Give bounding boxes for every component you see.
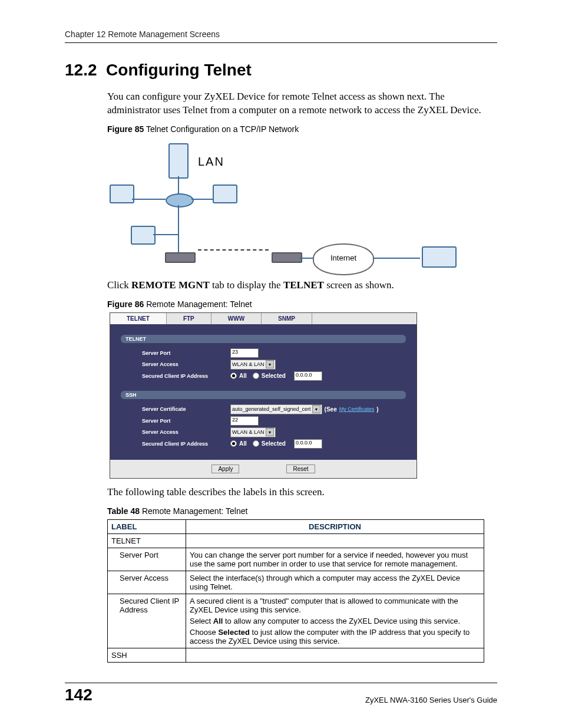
page-number: 142 [65, 686, 92, 704]
cell-desc [186, 533, 484, 548]
table-row: Server Port You can change the server po… [108, 548, 484, 571]
cell-label: Server Port [108, 548, 186, 571]
chapter-header: Chapter 12 Remote Management Screens [65, 29, 497, 43]
table48-caption: Table 48 Remote Management: Telnet [107, 506, 497, 516]
bold-selected: Selected [218, 628, 249, 637]
cell-desc: A secured client is a "trusted" computer… [186, 594, 484, 648]
chevron-down-icon: ▾ [312, 405, 320, 413]
ssh-section-header: SSH [121, 391, 406, 399]
th-label: LABEL [108, 519, 186, 533]
input-telnet-port[interactable]: 23 [230, 348, 259, 358]
table-row: Secured Client IP Address A secured clie… [108, 594, 484, 648]
telnet-section-header: TELNET [121, 335, 406, 343]
row-server-cert: Server Certificate auto_generated_self_s… [142, 404, 406, 414]
select-ssh-access[interactable]: WLAN & LAN▾ [230, 427, 276, 437]
network-line [178, 205, 179, 238]
label-server-port: Server Port [142, 418, 230, 424]
tab-www[interactable]: WWW [211, 313, 262, 324]
section-heading: 12.2 Configuring Telnet [65, 61, 497, 80]
text: screen as shown. [324, 279, 394, 291]
pc-icon [213, 185, 237, 203]
lan-label: LAN [198, 155, 224, 169]
cell-desc: You can change the server port number fo… [186, 548, 484, 571]
tab-telnet[interactable]: TELNET [110, 313, 167, 324]
gateway-icon [272, 252, 302, 263]
network-line [178, 238, 179, 252]
cell-desc: Select the interface(s) through which a … [186, 571, 484, 594]
table-row: Server Access Select the interface(s) th… [108, 571, 484, 594]
cell-label: Secured Client IP Address [108, 594, 186, 648]
pc-icon [131, 226, 156, 245]
pc-icon [110, 185, 134, 203]
table-row: TELNET [108, 533, 484, 548]
radio-all[interactable] [230, 440, 237, 447]
input-ssh-secured-ip[interactable]: 0.0.0.0 [294, 439, 322, 449]
table-row: SSH [108, 648, 484, 662]
text: Choose [190, 628, 218, 637]
remote-mgnt-bold: REMOTE MGNT [131, 279, 210, 291]
internet-cloud-icon: Internet [313, 243, 374, 275]
network-line [132, 199, 166, 200]
figure86-caption: Figure 86 Remote Management: Telnet [107, 299, 497, 309]
figure86-screenshot: TELNET FTP WWW SNMP TELNET Server Port 2… [110, 312, 417, 479]
figure85-caption: Figure 85 Telnet Configuration on a TCP/… [107, 124, 497, 134]
text: Click [107, 279, 131, 291]
tab-ftp[interactable]: FTP [167, 313, 211, 324]
cell-label: Server Access [108, 571, 186, 594]
table48: LABEL DESCRIPTION TELNET Server Port You… [107, 519, 484, 663]
radio-all[interactable] [230, 373, 237, 379]
row-ssh-access: Server Access WLAN & LAN▾ [142, 427, 406, 437]
desc-p3: Choose Selected to just allow the comput… [190, 628, 480, 645]
page-footer: 142 ZyXEL NWA-3160 Series User's Guide [65, 683, 497, 704]
link-my-certificates[interactable]: My Certificates [339, 406, 375, 412]
reset-button[interactable]: Reset [286, 465, 315, 473]
tab-bar: TELNET FTP WWW SNMP [110, 313, 416, 324]
select-value: auto_generated_self_signed_cert [232, 406, 311, 412]
th-description: DESCRIPTION [186, 519, 484, 533]
label-server-cert: Server Certificate [142, 406, 230, 412]
see-close: ) [376, 406, 378, 413]
document-page: Chapter 12 Remote Management Screens 12.… [0, 0, 562, 728]
chevron-down-icon: ▾ [266, 360, 274, 368]
bold-all: All [213, 617, 223, 625]
server-icon [168, 143, 189, 179]
laptop-icon [422, 246, 457, 268]
figure86-caption-bold: Figure 86 [107, 299, 144, 309]
row-server-access: Server Access WLAN & LAN▾ [142, 360, 406, 370]
label-server-access: Server Access [142, 361, 230, 367]
radio-selected-label: Selected [262, 440, 286, 447]
input-secured-ip[interactable]: 0.0.0.0 [294, 371, 322, 381]
text: to allow any computer to access the ZyXE… [223, 617, 460, 625]
select-server-access[interactable]: WLAN & LAN▾ [230, 360, 276, 370]
apply-button[interactable]: Apply [211, 465, 239, 473]
hub-icon [166, 193, 194, 207]
text: Select [190, 617, 213, 625]
tab-snmp[interactable]: SNMP [262, 313, 312, 324]
figure86-caption-text: Remote Management: Telnet [144, 299, 252, 309]
select-server-cert[interactable]: auto_generated_self_signed_cert▾ [230, 404, 322, 414]
label-server-access: Server Access [142, 429, 230, 435]
radio-all-label: All [239, 373, 247, 379]
label-secured-ip: Secured Client IP Address [142, 373, 230, 379]
network-line [178, 176, 179, 194]
table-header-row: LABEL DESCRIPTION [108, 519, 484, 533]
radio-selected[interactable] [253, 373, 259, 379]
select-value: WLAN & LAN [232, 361, 265, 367]
table-intro: The following table describes the labels… [107, 486, 497, 499]
desc-p2: Select All to allow any computer to acce… [190, 617, 480, 625]
radio-selected-label: Selected [262, 373, 286, 379]
telnet-panel: TELNET Server Port 23 Server Access WLAN… [110, 324, 416, 460]
label-server-port: Server Port [142, 350, 230, 356]
network-line [373, 258, 420, 259]
table48-caption-bold: Table 48 [107, 506, 140, 516]
intro-paragraph: You can configure your ZyXEL Device for … [107, 90, 497, 117]
radio-all-label: All [239, 440, 247, 447]
input-ssh-port[interactable]: 22 [230, 416, 259, 426]
table48-caption-text: Remote Management: Telnet [140, 506, 247, 516]
network-line [153, 234, 178, 235]
figure85-diagram: LAN Internet [110, 137, 475, 279]
row-ssh-secured-ip: Secured Client IP Address All Selected 0… [142, 439, 406, 449]
figure85-caption-text: Telnet Configuration on a TCP/IP Network [144, 124, 299, 134]
radio-selected[interactable] [253, 440, 259, 447]
text: tab to display the [210, 279, 283, 291]
